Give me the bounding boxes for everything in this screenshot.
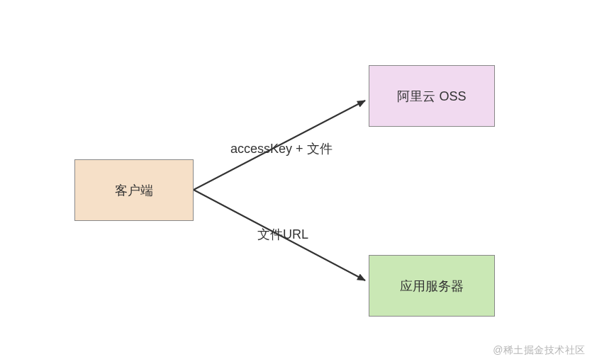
node-oss: 阿里云 OSS	[369, 65, 495, 127]
node-client-label: 客户端	[115, 182, 153, 199]
edge-label-client-to-oss: accessKey + 文件	[230, 140, 333, 157]
node-client: 客户端	[74, 159, 194, 221]
edge-label-client-to-server: 文件URL	[257, 226, 308, 243]
watermark: @稀土掘金技术社区	[493, 344, 586, 357]
node-server-label: 应用服务器	[400, 278, 464, 295]
node-oss-label: 阿里云 OSS	[397, 88, 466, 105]
node-server: 应用服务器	[369, 255, 495, 317]
